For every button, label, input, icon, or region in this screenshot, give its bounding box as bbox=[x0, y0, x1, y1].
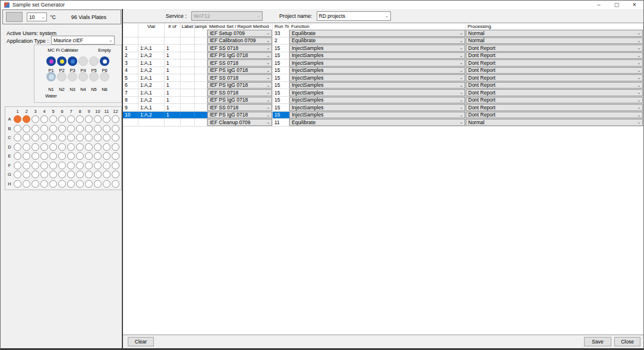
well-F5[interactable] bbox=[49, 162, 57, 169]
method-set-dropdown[interactable]: IEF SS 0718⌄ bbox=[207, 74, 272, 81]
save-button[interactable]: Save bbox=[584, 337, 611, 346]
well-B11[interactable] bbox=[103, 125, 111, 133]
run-time-cell[interactable]: 15 bbox=[273, 89, 289, 97]
run-time-cell[interactable]: 15 bbox=[273, 59, 289, 67]
processing-dropdown[interactable]: Dont Report⌄ bbox=[466, 112, 643, 119]
row-number-cell[interactable]: 9 bbox=[123, 104, 138, 112]
well-F1[interactable] bbox=[14, 162, 21, 169]
close-window-button[interactable]: ✕ bbox=[626, 1, 643, 9]
well-D12[interactable] bbox=[112, 143, 119, 151]
well-A6[interactable] bbox=[58, 115, 66, 123]
sample-cell[interactable] bbox=[195, 97, 207, 105]
vial-cell[interactable]: 1:A,2 bbox=[138, 112, 165, 119]
num-of-cell[interactable]: 1 bbox=[165, 52, 181, 60]
well-E8[interactable] bbox=[76, 152, 84, 160]
well-H12[interactable] bbox=[112, 180, 119, 188]
well-C3[interactable] bbox=[31, 134, 39, 141]
clear-button[interactable]: Clear bbox=[128, 337, 154, 346]
temperature-set-button[interactable] bbox=[6, 12, 23, 22]
well-G3[interactable] bbox=[31, 171, 39, 178]
well-G1[interactable] bbox=[14, 171, 21, 178]
row-number-cell[interactable] bbox=[123, 37, 138, 45]
well-H5[interactable] bbox=[49, 180, 57, 188]
well-H4[interactable] bbox=[40, 180, 48, 188]
application-type-dropdown[interactable]: Maurice cIEF ⌄ bbox=[51, 36, 115, 45]
row-number-cell[interactable] bbox=[123, 119, 138, 127]
well-B1[interactable] bbox=[14, 125, 21, 133]
well-G6[interactable] bbox=[58, 171, 66, 178]
processing-dropdown[interactable]: Dont Report⌄ bbox=[466, 59, 643, 67]
function-dropdown[interactable]: InjectSamples⌄ bbox=[289, 82, 465, 89]
method-set-dropdown[interactable]: IEF PS IgG 0718⌄ bbox=[207, 112, 272, 119]
well-D3[interactable] bbox=[31, 143, 39, 151]
well-F11[interactable] bbox=[103, 162, 111, 169]
row-number-cell[interactable]: 7 bbox=[123, 89, 138, 97]
well-E5[interactable] bbox=[49, 152, 57, 160]
sample-cell[interactable] bbox=[195, 74, 207, 82]
sample-cell[interactable] bbox=[195, 45, 207, 52]
well-F9[interactable] bbox=[85, 162, 93, 169]
label-cell[interactable] bbox=[181, 112, 195, 119]
processing-dropdown[interactable]: Normal⌄ bbox=[466, 30, 643, 37]
well-A2-filled[interactable] bbox=[23, 115, 30, 123]
well-D8[interactable] bbox=[76, 143, 84, 151]
run-time-cell[interactable]: 15 bbox=[273, 74, 289, 82]
function-dropdown[interactable]: InjectSamples⌄ bbox=[289, 112, 465, 119]
processing-dropdown[interactable]: Dont Report⌄ bbox=[466, 74, 643, 81]
row-number-cell[interactable]: 6 bbox=[123, 82, 138, 90]
table-row[interactable]: 51:A,11IEF SS 0718⌄15InjectSamples⌄Dont … bbox=[123, 74, 643, 82]
well-A5[interactable] bbox=[49, 115, 57, 123]
vial-cell[interactable] bbox=[138, 30, 165, 37]
well-C2[interactable] bbox=[23, 134, 30, 141]
well-A11[interactable] bbox=[103, 115, 111, 123]
well-E11[interactable] bbox=[103, 152, 111, 160]
well-F8[interactable] bbox=[76, 162, 84, 169]
well-F2[interactable] bbox=[23, 162, 30, 169]
well-F4[interactable] bbox=[40, 162, 48, 169]
label-cell[interactable] bbox=[181, 97, 195, 105]
function-dropdown[interactable]: InjectSamples⌄ bbox=[289, 59, 465, 67]
table-row[interactable]: 101:A,21IEF PS IgG 0718⌄15InjectSamples⌄… bbox=[123, 112, 643, 119]
well-H9[interactable] bbox=[85, 180, 93, 188]
well-E12[interactable] bbox=[112, 152, 119, 160]
well-B5[interactable] bbox=[49, 125, 57, 133]
sample-cell[interactable] bbox=[195, 59, 207, 67]
well-C8[interactable] bbox=[76, 134, 84, 141]
run-time-cell[interactable]: 15 bbox=[273, 82, 289, 90]
table-row[interactable]: 81:A,21IEF PS IgG 0718⌄15InjectSamples⌄D… bbox=[123, 97, 643, 105]
function-dropdown[interactable]: Equilibrate⌄ bbox=[289, 119, 465, 126]
vial-cell[interactable]: 1:A,2 bbox=[138, 97, 165, 105]
well-F10[interactable] bbox=[94, 162, 102, 169]
method-set-dropdown[interactable]: IEF Calibration 0709⌄ bbox=[207, 37, 272, 45]
well-G4[interactable] bbox=[40, 171, 48, 178]
well-E7[interactable] bbox=[67, 152, 75, 160]
well-E3[interactable] bbox=[31, 152, 39, 160]
num-of-cell[interactable]: 1 bbox=[165, 89, 181, 97]
row-number-cell[interactable] bbox=[123, 30, 138, 37]
well-A4[interactable] bbox=[40, 115, 48, 123]
run-time-cell[interactable]: 15 bbox=[273, 45, 289, 52]
label-cell[interactable] bbox=[181, 89, 195, 97]
well-D11[interactable] bbox=[103, 143, 111, 151]
well-B7[interactable] bbox=[67, 125, 75, 133]
run-time-cell[interactable]: 15 bbox=[273, 112, 289, 119]
table-row[interactable]: 61:A,21IEF PS IgG 0718⌄15InjectSamples⌄D… bbox=[123, 82, 643, 90]
well-H11[interactable] bbox=[103, 180, 111, 188]
processing-dropdown[interactable]: Dont Report⌄ bbox=[466, 52, 643, 59]
sample-cell[interactable] bbox=[195, 89, 207, 97]
table-row[interactable]: 11:A,11IEF SS 0718⌄15InjectSamples⌄Dont … bbox=[123, 45, 643, 52]
well-D5[interactable] bbox=[49, 143, 57, 151]
row-number-cell[interactable]: 3 bbox=[123, 59, 138, 67]
function-dropdown[interactable]: InjectSamples⌄ bbox=[289, 104, 465, 111]
run-time-cell[interactable]: 15 bbox=[273, 97, 289, 105]
well-D4[interactable] bbox=[40, 143, 48, 151]
num-of-cell[interactable] bbox=[165, 30, 181, 37]
well-D10[interactable] bbox=[94, 143, 102, 151]
well-H6[interactable] bbox=[58, 180, 66, 188]
num-of-cell[interactable]: 1 bbox=[165, 97, 181, 105]
well-D6[interactable] bbox=[58, 143, 66, 151]
run-time-cell[interactable]: 2 bbox=[273, 37, 289, 45]
well-E1[interactable] bbox=[14, 152, 21, 160]
label-cell[interactable] bbox=[181, 119, 195, 127]
processing-dropdown[interactable]: Dont Report⌄ bbox=[466, 104, 643, 111]
